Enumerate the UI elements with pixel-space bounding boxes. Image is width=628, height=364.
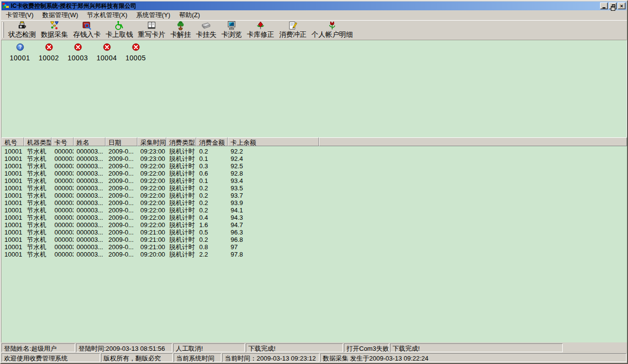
table-cell: 000003 [52,207,74,214]
table-cell: 000003... [74,199,105,207]
column-header-1[interactable]: 机器类型 [24,137,52,146]
toolbar-button-label: 卡上取钱 [105,30,133,39]
column-header-8[interactable]: 卡上余额 [228,137,319,146]
table-cell: 10001 [1,162,24,170]
table-cell: 000003... [74,155,105,162]
toolbar-button-label: 卡解挂 [170,30,191,39]
table-row[interactable]: 10001节水机000003000003...2009-0...09:22:00… [1,177,627,184]
table-row[interactable]: 10001节水机000003000003...2009-0...09:21:00… [1,236,627,243]
table-row[interactable]: 10001节水机000003000003...2009-0...09:23:00… [1,155,627,162]
device-10001[interactable]: ?10001 [5,43,34,62]
deposit-to-card-button[interactable]: 存钱入卡 [71,21,103,39]
table-cell: 09:20:00 [137,251,166,258]
device-status-panel: ?1000110002100031000410005 [1,40,627,137]
rewrite-card-button[interactable]: 重写卡片 [135,21,168,39]
table-cell: 10001 [1,155,24,162]
table-cell: 0.4 [196,214,228,221]
device-10004[interactable]: 10004 [92,43,121,62]
table-row[interactable]: 10001节水机000003000003...2009-0...09:22:00… [1,221,627,229]
column-header-6[interactable]: 消费类型 [166,137,196,146]
table-row[interactable]: 10001节水机000003000003...2009-0...09:20:00… [1,251,627,258]
table-cell: 93.9 [228,199,319,207]
toolbar-button-label: 数据采集 [41,30,68,39]
consume-reverse-button[interactable]: 消费冲正 [277,21,309,39]
table-cell: 000003 [52,177,74,184]
column-header-0[interactable]: 机号 [1,137,24,146]
card-report-loss-button[interactable]: 卡挂失 [193,21,219,39]
table-row[interactable]: 10001节水机000003000003...2009-0...09:22:00… [1,162,627,170]
menu-item-help[interactable]: 帮助(Z) [175,10,205,21]
withdraw-from-card-button[interactable]: 卡上取钱 [103,21,135,39]
title-bar[interactable]: IC卡收费控制系统-授权于郑州兴邦科技有限公司 × [1,1,627,10]
table-cell: 脱机计时 [166,177,196,184]
table-cell: 节水机 [24,148,52,155]
card-unfreeze-button[interactable]: 卡解挂 [168,21,193,39]
table-row[interactable]: 10001节水机000003000003...2009-0...09:22:00… [1,207,627,214]
table-cell: 94.7 [228,221,319,229]
table-cell: 节水机 [24,170,52,177]
table-cell: 0.5 [196,229,228,236]
table-cell: 脱机计时 [166,170,196,177]
device-10002[interactable]: 10002 [34,43,63,62]
table-cell: 000003... [74,184,105,192]
help-icon: ? [16,43,24,52]
device-id-label: 10005 [126,54,146,62]
error-icon [103,43,111,52]
device-10005[interactable]: 10005 [121,43,150,62]
menu-item-card-management[interactable]: 卡管理(V) [1,10,38,21]
menu-item-water-machine-management[interactable]: 节水机管理(X) [82,10,131,21]
table-cell: 09:22:00 [137,221,166,229]
table-row[interactable]: 10001节水机000003000003...2009-0...09:22:00… [1,192,627,199]
table-cell: 09:22:00 [137,177,166,184]
card-db-fix-button[interactable]: 卡库修正 [244,21,277,39]
table-cell: 000003... [74,221,105,229]
table-cell: 2009-0... [105,192,137,199]
minimize-button[interactable] [600,2,608,9]
status-check-button[interactable]: 状态检测 [6,21,38,39]
table-cell: 000003 [52,199,74,207]
table-cell: 2009-0... [105,148,137,155]
table-cell: 节水机 [24,243,52,251]
table-row[interactable]: 10001节水机000003000003...2009-0...09:21:00… [1,243,627,251]
table-row[interactable]: 10001节水机000003000003...2009-0...09:22:00… [1,184,627,192]
column-header-4[interactable]: 日期 [105,137,137,146]
table-row[interactable]: 10001节水机000003000003...2009-0...09:22:00… [1,199,627,207]
status-current-system-time-label: 当前系统时间 [174,353,221,362]
table-row[interactable]: 10001节水机000003000003...2009-0...09:22:00… [1,170,627,177]
card-browse-button[interactable]: 卡浏览 [219,21,244,39]
table-cell: 09:21:00 [137,229,166,236]
table-cell: 000003... [74,229,105,236]
table-cell: 000003... [74,192,105,199]
wheelchair-icon [114,21,125,30]
table-cell: 09:22:00 [137,199,166,207]
menu-item-system-management[interactable]: 系统管理(Y) [132,10,175,21]
account-detail-button[interactable]: 个人帐户明细 [309,21,355,39]
table-row[interactable]: 10001节水机000003000003...2009-0...09:21:00… [1,229,627,236]
tulip-icon [327,21,338,30]
table-cell: 000003... [74,148,105,155]
toolbar-button-label: 卡浏览 [221,30,242,39]
table-cell: 09:22:00 [137,214,166,221]
table-cell: 脱机计时 [166,236,196,243]
restore-button[interactable] [609,2,617,9]
device-10003[interactable]: 10003 [63,43,92,62]
close-button[interactable]: × [618,2,626,9]
status-login-time: 登陆时间:2009-03-13 08:51:56 [76,343,172,352]
menu-item-data-management[interactable]: 数据管理(W) [38,10,82,21]
toolbar-gripper[interactable] [2,22,4,38]
table-cell: 10001 [1,148,24,155]
column-header-3[interactable]: 姓名 [74,137,105,146]
error-icon [45,43,53,52]
data-collect-button[interactable]: 数据采集 [38,21,71,39]
table-cell: 0.1 [196,155,228,162]
column-header-5[interactable]: 采集时间 [137,137,166,146]
table-cell: 000003 [52,236,74,243]
toolbar: 状态检测数据采集存钱入卡卡上取钱重写卡片卡解挂卡挂失卡浏览卡库修正消费冲正个人帐… [1,20,627,40]
table-row[interactable]: 10001节水机000003000003...2009-0...09:23:00… [1,148,627,155]
table-body: 10001节水机000003000003...2009-0...09:23:00… [1,146,627,258]
column-header-2[interactable]: 卡号 [52,137,74,146]
column-header-7[interactable]: 消费金额 [196,137,228,146]
table-cell: 10001 [1,170,24,177]
table-row[interactable]: 10001节水机000003000003...2009-0...09:22:00… [1,214,627,221]
device-id-label: 10002 [39,54,59,62]
